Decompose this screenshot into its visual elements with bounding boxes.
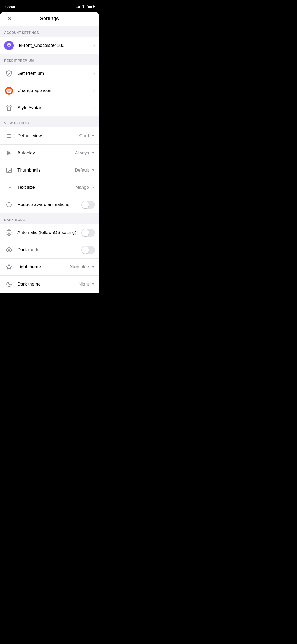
automatic-dark-toggle[interactable] [81,229,95,237]
wifi-icon [81,5,86,9]
close-button[interactable]: ✕ [5,15,14,23]
section-body-account: u/Front_Chocolate4182 › [0,37,99,54]
light-theme-value-area: Alien blue ▼ [69,264,95,270]
chevron-down-icon: ▼ [92,282,95,286]
row-automatic-dark[interactable]: Automatic (follow iOS setting) [0,224,99,241]
light-theme-label: Light theme [17,264,69,270]
row-reduce-award-animations[interactable]: Reduce award animations [0,196,99,213]
status-icons [76,5,94,9]
section-dark-mode: DARK MODE Automatic (follow iOS setting) [0,213,99,293]
svg-point-21 [8,169,8,170]
section-body-premium: Get Premium › [0,65,99,116]
get-premium-label: Get Premium [17,71,93,76]
chevron-down-icon: ▼ [92,151,95,155]
moon-icon [4,279,14,289]
close-icon: ✕ [7,16,12,22]
section-account: ACCOUNT SETTINGS [0,26,99,54]
chevron-down-icon: ▼ [92,134,95,138]
chevron-down-icon: ▼ [92,186,95,189]
svg-rect-17 [7,136,11,136]
svg-point-10 [8,90,8,91]
default-view-value-area: Card ▼ [79,133,95,139]
autoplay-label: Autoplay [17,150,75,156]
svg-point-3 [10,44,11,45]
svg-point-2 [8,44,8,45]
svg-text:T: T [6,186,8,190]
row-default-view[interactable]: Default view Card ▼ [0,127,99,145]
svg-point-1 [7,43,11,47]
dark-mode-toggle[interactable] [81,246,95,254]
chevron-right-icon: › [93,88,95,93]
section-body-dark-mode: Automatic (follow iOS setting) Dark mode [0,224,99,293]
section-header-premium: REDDIT PREMIUM [0,54,99,65]
svg-rect-18 [7,137,11,138]
reduce-award-animations-label: Reduce award animations [17,202,81,207]
text-size-value: Mango [75,185,89,190]
light-theme-value: Alien blue [69,264,89,270]
chevron-down-icon: ▼ [92,168,95,172]
row-autoplay[interactable]: Autoplay Always ▼ [0,145,99,162]
svg-rect-16 [7,134,11,135]
chevron-down-icon: ▼ [92,265,95,269]
battery-icon [87,5,94,8]
row-user-profile[interactable]: u/Front_Chocolate4182 › [0,37,99,54]
list-icon [4,131,14,141]
chevron-right-icon: › [93,43,95,48]
text-size-label: Text size [17,185,75,190]
section-view-options: VIEW OPTIONS Default view Card ▼ [0,116,99,213]
svg-point-15 [7,89,8,90]
shield-icon [4,69,14,78]
row-style-avatar[interactable]: Style Avatar › [0,99,99,116]
section-header-dark-mode: DARK MODE [0,213,99,224]
eye-icon [4,245,14,255]
dark-theme-label: Dark theme [17,282,78,287]
thumbnails-label: Thumbnails [17,168,75,173]
status-bar: 08:44 [0,0,99,12]
section-body-view-options: Default view Card ▼ Autoplay Always ▼ [0,127,99,213]
svg-point-25 [8,232,10,233]
row-thumbnails[interactable]: Thumbnails Default ▼ [0,162,99,179]
status-time: 08:44 [5,4,15,9]
row-light-theme[interactable]: Light theme Alien blue ▼ [0,259,99,276]
change-app-icon-label: Change app icon [17,88,93,93]
section-label-premium: REDDIT PREMIUM [4,59,34,63]
autoplay-value: Always [75,150,89,156]
gear-icon [4,228,14,237]
username-label: u/Front_Chocolate4182 [17,43,93,48]
svg-point-14 [10,89,12,90]
text-size-icon: T T [4,183,14,192]
section-label-view-options: VIEW OPTIONS [4,121,29,125]
reduce-award-toggle[interactable] [81,201,95,209]
default-view-value: Card [79,133,89,139]
svg-point-11 [10,90,10,91]
settings-sheet: ✕ Settings ACCOUNT SETTINGS [0,12,99,293]
signal-icon [76,5,80,8]
section-premium: REDDIT PREMIUM Get Premium › [0,54,99,116]
row-change-app-icon[interactable]: Change app icon › [0,82,99,99]
automatic-dark-label: Automatic (follow iOS setting) [17,230,81,235]
image-icon [4,165,14,175]
chevron-right-icon: › [93,105,95,110]
chevron-right-icon: › [93,71,95,76]
svg-text:T: T [9,187,11,190]
thumbnails-value: Default [75,168,89,173]
row-dark-mode[interactable]: Dark mode [0,241,99,259]
sheet-header: ✕ Settings [0,12,99,26]
section-label-dark-mode: DARK MODE [4,218,25,222]
svg-point-12 [8,88,10,89]
sun-icon [4,262,14,272]
svg-marker-19 [7,151,11,155]
page-title: Settings [40,16,59,21]
autoplay-value-area: Always ▼ [75,150,95,156]
default-view-label: Default view [17,133,79,139]
dark-theme-value: Night [78,282,89,287]
svg-marker-27 [6,264,12,269]
row-text-size[interactable]: T T Text size Mango ▼ [0,179,99,196]
section-header-view-options: VIEW OPTIONS [0,116,99,127]
text-size-value-area: Mango ▼ [75,185,95,190]
row-get-premium[interactable]: Get Premium › [0,65,99,82]
avatar-icon [4,41,14,50]
reddit-logo-icon [4,86,14,95]
row-dark-theme[interactable]: Dark theme Night ▼ [0,276,99,293]
award-icon [4,200,14,209]
